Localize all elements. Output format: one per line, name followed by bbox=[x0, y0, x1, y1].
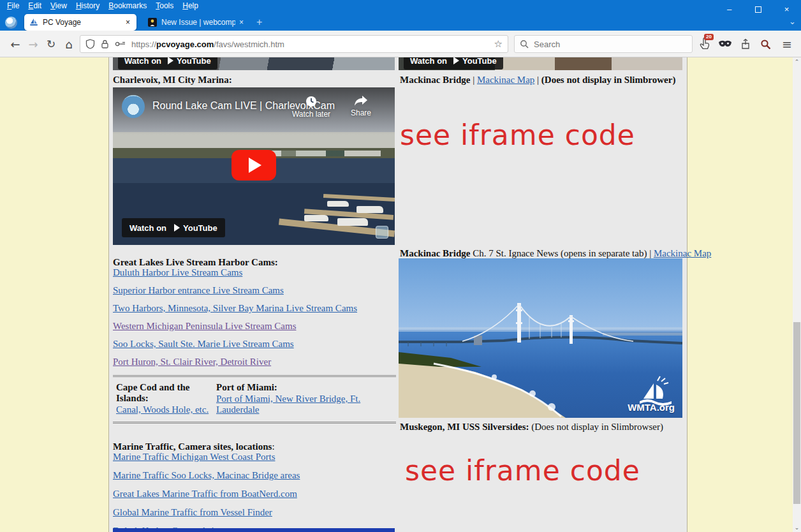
search-icon bbox=[520, 40, 529, 48]
restore-button[interactable] bbox=[744, 0, 772, 18]
adblock-extension-button[interactable] bbox=[716, 31, 735, 57]
mackinac-bridge-image: WMTA.org bbox=[399, 258, 682, 418]
scroll-up-arrow[interactable]: ⌃ bbox=[793, 57, 801, 66]
url-bar[interactable]: https://pcvoyage.com/favs/westmich.htm ☆ bbox=[80, 35, 508, 53]
marine-traffic-heading: Marine Traffic, Camera sites, locations: bbox=[113, 441, 396, 452]
tab-close-icon[interactable]: × bbox=[238, 18, 245, 27]
menu-help[interactable]: Help bbox=[178, 0, 203, 11]
gesture-extension-button[interactable]: 20 bbox=[695, 31, 714, 57]
url-text[interactable]: https://pcvoyage.com/favs/westmich.htm bbox=[131, 40, 494, 49]
browser-logo-icon[interactable] bbox=[5, 17, 17, 29]
boat bbox=[304, 215, 328, 221]
youtube-label: YouTube bbox=[462, 57, 497, 66]
watch-on-youtube-badge[interactable]: Watch on YouTube bbox=[118, 57, 217, 70]
tab-close-icon[interactable]: × bbox=[124, 18, 131, 27]
youtube-play-icon bbox=[168, 57, 173, 64]
page-viewport: Watch on YouTube Charlevoix, MI City Mar… bbox=[0, 57, 793, 532]
reload-button[interactable]: ↻ bbox=[42, 31, 60, 57]
link-port-of-miami[interactable]: Port of Miami, New River Bridge, Ft. Lau… bbox=[216, 394, 360, 415]
harbor-links-list: Duluth Harbor Live Stream Cams Superior … bbox=[113, 268, 396, 367]
cam-overlay-logo bbox=[376, 226, 388, 239]
search-input[interactable] bbox=[534, 40, 674, 49]
separator: | bbox=[534, 75, 541, 85]
menubar: File Edit View History Bookmarks Tools H… bbox=[3, 0, 203, 11]
close-button[interactable]: × bbox=[772, 0, 801, 18]
youtube-play-button[interactable] bbox=[231, 150, 276, 181]
marine-heading-colon: : bbox=[272, 441, 274, 452]
menu-bookmarks[interactable]: Bookmarks bbox=[104, 0, 151, 11]
mackinac-news-heading: Mackinac Bridge Ch. 7 St. Ignace News (o… bbox=[400, 248, 711, 259]
boat bbox=[337, 218, 368, 226]
link-port-huron[interactable]: Port Huron, St. Clair River, Detroit Riv… bbox=[113, 357, 271, 367]
link-two-harbors[interactable]: Two Harbors, Minnesota, Silver Bay Marin… bbox=[113, 303, 357, 313]
channel-avatar[interactable] bbox=[122, 95, 145, 118]
link-superior-harbor[interactable]: Superior Harbor entrance Live Stream Cam… bbox=[113, 285, 284, 295]
tab-webcompat[interactable]: New Issue | webcompat.com × bbox=[143, 14, 250, 31]
separator: | bbox=[470, 75, 477, 85]
wmta-watermark: WMTA.org bbox=[628, 402, 675, 413]
permissions-toggle-icon[interactable] bbox=[115, 40, 126, 48]
youtube-play-icon bbox=[174, 224, 180, 232]
app-menu-button[interactable]: ≡ bbox=[777, 31, 797, 57]
charlevoix-video-player[interactable]: Round Lake Cam LIVE | CharlevoixCam Watc… bbox=[113, 87, 395, 245]
share-arrow-icon bbox=[354, 95, 368, 107]
lock-icon[interactable] bbox=[101, 39, 109, 49]
new-tab-button[interactable]: + bbox=[256, 17, 262, 28]
watch-on-youtube-badge[interactable]: Watch on YouTube bbox=[404, 57, 503, 70]
titlebar: File Edit View History Bookmarks Tools H… bbox=[0, 0, 801, 31]
link-western-michigan[interactable]: Western Michigan Peninsula Live Stream C… bbox=[113, 321, 296, 331]
link-soo-locks[interactable]: Soo Locks, Sault Ste. Marie Live Stream … bbox=[113, 339, 294, 349]
highlight-search-button[interactable] bbox=[756, 31, 774, 57]
link-mackinac-map[interactable]: Mackinac Map bbox=[654, 248, 711, 258]
bookmark-star-icon[interactable]: ☆ bbox=[494, 38, 503, 50]
back-button[interactable]: ← bbox=[6, 31, 24, 57]
url-scheme: https:// bbox=[131, 40, 156, 49]
scrollbar-thumb[interactable] bbox=[793, 322, 800, 504]
menu-tools[interactable]: Tools bbox=[151, 0, 178, 11]
menu-history[interactable]: History bbox=[71, 0, 104, 11]
menu-view[interactable]: View bbox=[46, 0, 71, 11]
mask-icon bbox=[718, 40, 732, 48]
link-cape-cod-canal[interactable]: Canal, Woods Hole, etc. bbox=[116, 404, 209, 415]
watch-on-youtube-button[interactable]: Watch on YouTube bbox=[122, 218, 225, 237]
clock-icon bbox=[305, 95, 318, 108]
share-video-button[interactable]: Share bbox=[345, 95, 377, 117]
scroll-down-arrow[interactable]: ⌄ bbox=[793, 523, 801, 532]
marine-links-list: Marine Traffic Michigan West Coast Ports… bbox=[113, 452, 396, 532]
iframe-placeholder-text: see iframe code bbox=[405, 454, 640, 487]
link-boatnerd[interactable]: Great Lakes Marine Traffic from BoatNerd… bbox=[113, 489, 297, 499]
tracking-shield-icon[interactable] bbox=[85, 39, 95, 49]
charlevoix-heading: Charlevoix, MI City Marina: bbox=[113, 75, 396, 85]
port-of-miami-heading: Port of Miami: bbox=[216, 382, 396, 393]
link-marine-traffic-west-coast[interactable]: Marine Traffic Michigan West Coast Ports bbox=[113, 452, 275, 462]
tab-pcvoyage[interactable]: PC Voyage × bbox=[24, 14, 136, 31]
red-magnifier-icon bbox=[760, 39, 771, 50]
window-controls: – × bbox=[715, 0, 801, 18]
webcompat-favicon bbox=[148, 18, 157, 27]
watch-later-button[interactable]: Watch later bbox=[289, 95, 334, 119]
tab-title: PC Voyage bbox=[43, 18, 122, 27]
heading-rest: Ch. 7 St. Ignace News (opens in separate… bbox=[470, 248, 654, 258]
list-all-tabs-icon[interactable]: ⌄ bbox=[789, 17, 796, 26]
minimize-button[interactable]: – bbox=[715, 0, 744, 18]
right-column: Watch on YouTube Mackinac Bridge | Macki… bbox=[399, 57, 687, 532]
share-button[interactable] bbox=[737, 31, 754, 57]
play-triangle-icon bbox=[249, 158, 261, 173]
search-box[interactable] bbox=[514, 35, 693, 53]
watch-later-label: Watch later bbox=[289, 110, 334, 119]
forward-button[interactable]: → bbox=[24, 31, 42, 57]
muskegon-heading: Muskegon, MI USS Silversides: (Does not … bbox=[400, 422, 663, 432]
link-vessel-finder[interactable]: Global Marine Traffic from Vessel Finder bbox=[113, 507, 272, 517]
menu-file[interactable]: File bbox=[3, 0, 24, 11]
cutoff-video-embed-right[interactable]: Watch on YouTube bbox=[399, 57, 682, 70]
link-mackinac-map[interactable]: Mackinac Map bbox=[477, 75, 534, 85]
youtube-label: YouTube bbox=[183, 223, 217, 233]
vertical-scrollbar[interactable]: ⌃ ⌄ bbox=[793, 57, 801, 532]
heading-bold: Muskegon, MI USS Silversides: bbox=[400, 422, 529, 432]
link-duluth-harbor[interactable]: Duluth Harbor Live Stream Cams bbox=[113, 267, 242, 277]
home-button[interactable]: ⌂ bbox=[60, 31, 78, 57]
cutoff-video-embed-left[interactable]: Watch on YouTube bbox=[113, 57, 395, 70]
menu-edit[interactable]: Edit bbox=[24, 0, 46, 11]
link-marine-traffic-soo-locks[interactable]: Marine Traffic Soo Locks, Macinac Bridge… bbox=[113, 470, 300, 480]
youtube-play-icon bbox=[453, 57, 459, 64]
